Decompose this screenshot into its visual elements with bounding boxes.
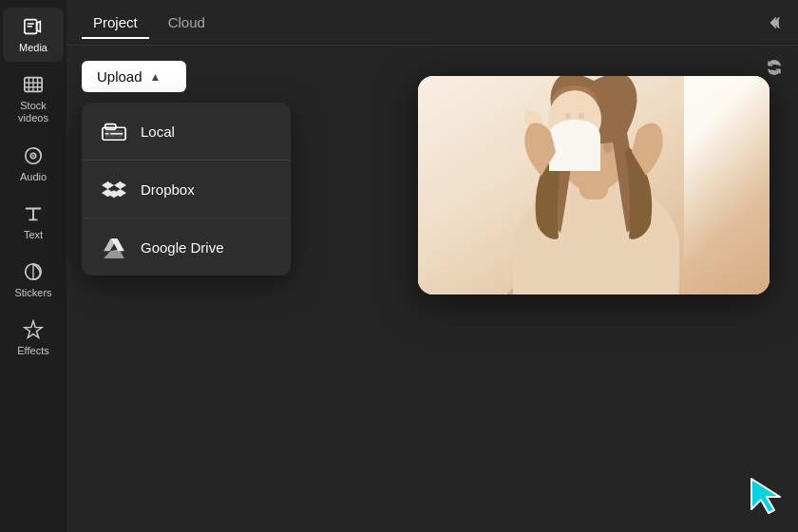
local-label: Local bbox=[141, 124, 175, 140]
svg-point-11 bbox=[32, 155, 34, 157]
tab-project[interactable]: Project bbox=[82, 7, 149, 38]
sidebar-item-text-label: Text bbox=[24, 229, 43, 241]
stock-videos-icon bbox=[22, 73, 45, 96]
google-drive-label: Google Drive bbox=[141, 239, 224, 256]
chevron-up-icon: ▲ bbox=[150, 70, 162, 84]
sidebar-item-audio[interactable]: Audio bbox=[3, 137, 64, 191]
text-icon bbox=[22, 202, 45, 225]
dropdown-item-dropbox[interactable]: Dropbox bbox=[82, 161, 291, 218]
photo-card bbox=[418, 76, 770, 294]
audio-icon bbox=[22, 144, 45, 167]
svg-rect-29 bbox=[418, 76, 770, 294]
svg-rect-2 bbox=[28, 26, 32, 27]
local-icon bbox=[101, 118, 127, 144]
sidebar-item-stock-videos[interactable]: Stock videos bbox=[3, 66, 64, 132]
upload-dropdown-menu: Local Dropbox Google D bbox=[82, 103, 291, 276]
sidebar-item-effects[interactable]: Effects bbox=[3, 311, 64, 365]
sidebar-item-media-label: Media bbox=[19, 42, 48, 54]
main-content: Project Cloud Upload ▲ bbox=[66, 0, 798, 532]
sidebar-item-stock-videos-label: Stock videos bbox=[7, 100, 60, 124]
dropbox-label: Dropbox bbox=[141, 181, 195, 198]
sidebar-item-stickers[interactable]: Stickers bbox=[3, 253, 64, 307]
tabs-bar: Project Cloud bbox=[66, 0, 798, 46]
tabs-left: Project Cloud bbox=[82, 7, 217, 38]
dropdown-item-google-drive[interactable]: Google Drive bbox=[82, 218, 291, 276]
sidebar-item-effects-label: Effects bbox=[17, 345, 48, 357]
photo-placeholder bbox=[418, 76, 770, 294]
sidebar-item-media[interactable]: Media bbox=[3, 8, 64, 62]
dropbox-icon bbox=[101, 176, 127, 202]
collapse-button[interactable] bbox=[764, 13, 783, 32]
tab-cloud[interactable]: Cloud bbox=[157, 7, 217, 38]
sidebar-item-text[interactable]: Text bbox=[3, 195, 64, 249]
sidebar-item-stickers-label: Stickers bbox=[14, 287, 51, 299]
sidebar: Media Stock videos Audio bbox=[0, 0, 66, 532]
effects-icon bbox=[22, 318, 45, 341]
upload-label: Upload bbox=[97, 68, 142, 85]
stickers-icon bbox=[22, 260, 45, 283]
upload-button[interactable]: Upload ▲ bbox=[82, 61, 186, 92]
sidebar-item-audio-label: Audio bbox=[20, 171, 47, 183]
google-drive-icon bbox=[101, 234, 127, 260]
dropdown-item-local[interactable]: Local bbox=[82, 103, 291, 161]
svg-rect-15 bbox=[105, 124, 116, 130]
svg-rect-1 bbox=[28, 23, 34, 24]
media-icon bbox=[22, 15, 45, 38]
